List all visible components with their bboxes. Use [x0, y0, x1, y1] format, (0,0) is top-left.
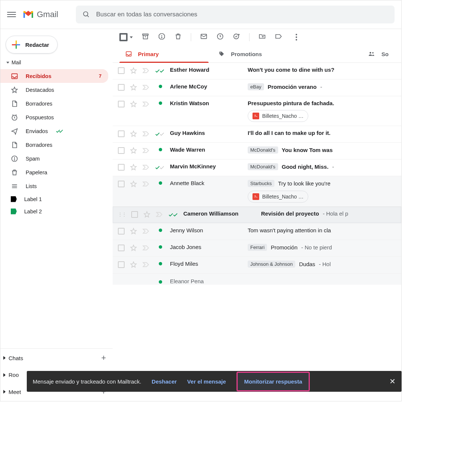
email-row[interactable]: Annette BlackStarbucksTry to look like y… [113, 176, 401, 207]
sidebar-item-label2[interactable]: Label 2 [0, 205, 108, 217]
compose-label: Redactar [25, 42, 49, 48]
close-icon[interactable]: ✕ [389, 377, 396, 386]
email-row[interactable]: Wade WarrenMcDonald'sYou know Tom was [113, 143, 401, 159]
row-checkbox[interactable] [118, 67, 125, 74]
sidebar-item-snoozed[interactable]: Pospuestos [0, 110, 108, 124]
star-icon[interactable] [130, 164, 137, 172]
email-row[interactable]: Marvin McKinneyMcDonald'sGood night, Mis… [113, 159, 401, 176]
svg-marker-35 [131, 262, 136, 268]
star-icon[interactable] [130, 147, 137, 155]
sidebar-item-drafts[interactable]: Borradores [0, 97, 108, 110]
sent-icon [11, 127, 18, 135]
undo-link[interactable]: Deshacer [152, 378, 177, 385]
lists-icon [11, 182, 18, 190]
importance-icon[interactable] [142, 262, 151, 268]
row-checkbox[interactable] [118, 245, 125, 251]
svg-marker-28 [131, 148, 136, 154]
sidebar-item-sent[interactable]: Enviados [0, 124, 108, 138]
row-checkbox[interactable] [118, 164, 125, 171]
row-checkbox[interactable] [118, 101, 125, 107]
email-row[interactable]: Guy HawkinsI'll do all I can to make up … [113, 126, 401, 143]
svg-point-26 [255, 115, 255, 116]
svg-marker-27 [131, 131, 136, 137]
add-task-icon[interactable] [233, 33, 240, 42]
star-icon[interactable] [130, 227, 137, 236]
sidebar-item-inbox[interactable]: Recibidos7 [0, 69, 108, 83]
email-row[interactable]: Jacob JonesFerrariPromoción- No te pierd [113, 240, 401, 257]
row-checkbox[interactable] [118, 228, 125, 235]
attachment-chip[interactable]: Billetes_Nacho … [248, 191, 308, 203]
gmail-logo[interactable]: Gmail [23, 10, 58, 19]
star-icon[interactable] [130, 130, 137, 139]
importance-icon[interactable] [142, 148, 151, 154]
mark-unread-icon[interactable] [200, 33, 208, 42]
search-input[interactable]: Buscar en todas las conversaciones [76, 6, 395, 23]
compose-button[interactable]: Redactar [6, 36, 58, 54]
sender: Floyd Miles [170, 261, 242, 267]
row-checkbox[interactable] [118, 181, 125, 187]
more-icon[interactable] [296, 34, 297, 41]
sidebar-item-spam[interactable]: Spam [0, 152, 108, 165]
star-icon[interactable] [130, 84, 137, 92]
email-row[interactable]: ⋮⋮Cameron WilliamsonRevisión del proyect… [113, 207, 401, 223]
track-status [169, 212, 178, 217]
sender: Esther Howard [170, 67, 242, 73]
sidebar-item-drafts2[interactable]: Borradores [0, 138, 108, 152]
row-checkbox[interactable] [131, 211, 138, 218]
sent-toast: Mensaje enviado y trackeado con Mailtrac… [27, 371, 402, 392]
caret-right-icon [3, 356, 6, 360]
importance-icon[interactable] [142, 68, 151, 74]
star-icon[interactable] [130, 244, 137, 253]
select-checkbox[interactable] [119, 33, 133, 41]
email-row[interactable]: Esther HowardWon't you come to dine with… [113, 63, 401, 80]
sidebar-item-label1[interactable]: Label 1 [0, 193, 108, 205]
row-checkbox[interactable] [118, 130, 125, 137]
email-row[interactable]: Kristin WatsonPresupuesto pintura de fac… [113, 96, 401, 126]
email-row[interactable]: Eleanor Pena [113, 274, 401, 285]
mail-section-header[interactable]: Mail [0, 57, 113, 68]
track-status [156, 181, 165, 185]
row-checkbox[interactable] [118, 261, 125, 268]
delete-icon[interactable] [174, 33, 182, 42]
view-message-link[interactable]: Ver el mensaje [187, 378, 226, 385]
email-row[interactable]: Floyd MilesJohnson & JohnsonDudas- Hol [113, 257, 401, 274]
sidebar-item-trash[interactable]: Papelera [0, 165, 108, 179]
archive-icon[interactable] [142, 33, 149, 42]
chats-section[interactable]: Chats + [0, 349, 113, 367]
drag-handle-icon[interactable]: ⋮⋮ [118, 212, 126, 217]
menu-icon[interactable] [7, 10, 16, 19]
snooze-icon[interactable] [216, 33, 224, 42]
importance-icon[interactable] [142, 101, 151, 107]
row-checkbox[interactable] [118, 84, 125, 91]
importance-icon[interactable] [142, 245, 151, 251]
svg-point-15 [161, 38, 162, 38]
sidebar-item-lists[interactable]: Lists [0, 179, 108, 193]
star-icon[interactable] [130, 180, 137, 189]
report-spam-icon[interactable] [158, 33, 165, 42]
importance-icon[interactable] [142, 181, 151, 187]
move-to-icon[interactable] [258, 33, 266, 42]
tab-primary[interactable]: Primary [119, 45, 212, 62]
tab-promotions[interactable]: Promotions [212, 45, 305, 62]
add-chat-icon[interactable]: + [101, 353, 106, 363]
importance-icon[interactable] [142, 131, 151, 137]
track-status [156, 229, 165, 232]
image-icon [253, 113, 259, 119]
attachment-chip[interactable]: Billetes_Nacho … [248, 110, 308, 122]
sidebar-item-starred[interactable]: Destacados [0, 83, 108, 97]
importance-icon[interactable] [142, 228, 151, 234]
star-icon[interactable] [130, 67, 137, 75]
monitor-reply-button[interactable]: Monitorizar respuesta [237, 372, 310, 391]
importance-icon[interactable] [142, 84, 151, 90]
star-icon[interactable] [130, 100, 137, 109]
email-row[interactable]: Jenny WilsonTom wasn't paying attention … [113, 223, 401, 240]
email-row[interactable]: Arlene McCoyeBayPromoción verano- [113, 80, 401, 96]
row-checkbox[interactable] [118, 147, 125, 154]
subject: Won't you come to dine with us? [248, 67, 334, 73]
star-icon[interactable] [130, 261, 137, 269]
tab-social[interactable]: So [361, 45, 395, 62]
label-icon[interactable] [275, 33, 282, 42]
importance-icon[interactable] [156, 211, 164, 217]
importance-icon[interactable] [142, 164, 151, 170]
star-icon[interactable] [143, 211, 151, 219]
